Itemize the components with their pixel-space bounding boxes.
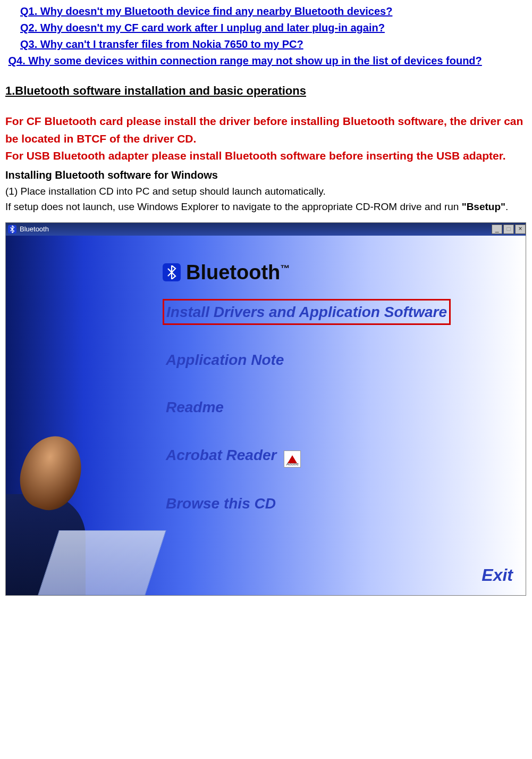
exit-button[interactable]: Exit: [482, 562, 513, 589]
q3-link[interactable]: Q3. Why can't I transfer files from Noki…: [20, 38, 303, 50]
bsetup-name: "Bsetup": [462, 201, 505, 212]
adobe-icon: Adobe: [284, 451, 301, 468]
install-subheading: Installing Bluetooth software for Window…: [5, 167, 527, 184]
tm-mark: ™: [280, 263, 290, 274]
note-pre: If setup does not launch, use Windows Ex…: [5, 201, 462, 212]
installer-client: Bluetooth™ Install Drivers and Applicati…: [6, 236, 526, 595]
menu-acrobat-label: Acrobat Reader: [166, 447, 277, 463]
menu-install[interactable]: Install Drivers and Application Software: [163, 299, 451, 325]
minimize-button[interactable]: _: [492, 224, 502, 234]
installer-window: Bluetooth _ □ × Bluetooth™ Install Drive…: [5, 222, 526, 596]
adobe-label: Adobe: [286, 461, 299, 468]
section-heading: 1.Bluetooth software installation and ba…: [5, 82, 527, 100]
bluetooth-logo-icon: [163, 263, 181, 281]
installer-brand: Bluetooth™: [163, 257, 451, 288]
menu-appnote[interactable]: Application Note: [163, 347, 287, 372]
q2-link[interactable]: Q2. Why doesn't my CF card work after I …: [20, 22, 385, 34]
menu-acrobat[interactable]: Acrobat Reader Adobe: [163, 443, 304, 469]
installer-menu: Bluetooth™ Install Drivers and Applicati…: [163, 257, 451, 539]
note-post: .: [505, 201, 508, 212]
menu-browse[interactable]: Browse this CD: [163, 491, 279, 516]
step-1: (1) Place installation CD into PC and se…: [5, 184, 527, 199]
titlebar: Bluetooth _ □ ×: [6, 223, 526, 236]
menu-readme[interactable]: Readme: [163, 395, 227, 420]
window-title: Bluetooth: [20, 224, 49, 235]
warning-cf: For CF Bluetooth card please install the…: [5, 113, 527, 147]
step-1-note: If setup does not launch, use Windows Ex…: [5, 199, 527, 214]
warning-usb: For USB Bluetooth adapter please install…: [5, 147, 527, 165]
brand-text: Bluetooth: [186, 261, 280, 283]
close-button[interactable]: ×: [515, 224, 526, 234]
maximize-button[interactable]: □: [503, 224, 514, 234]
decorative-person: [6, 414, 171, 595]
q4-link[interactable]: Q4. Why some devices within connection r…: [9, 55, 482, 66]
q1-link[interactable]: Q1. Why doesn't my Bluetooth device find…: [20, 5, 392, 17]
question-links: Q1. Why doesn't my Bluetooth device find…: [5, 3, 527, 69]
bluetooth-icon: [8, 225, 16, 233]
